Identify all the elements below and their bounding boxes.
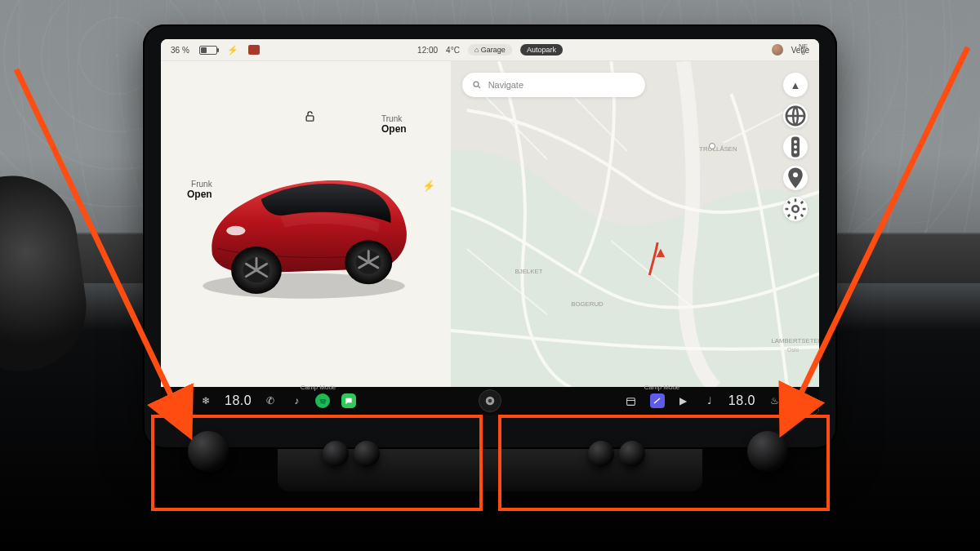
svg-point-33 (181, 402, 184, 405)
svg-point-31 (792, 206, 799, 212)
outside-temperature: 4°C (446, 46, 460, 55)
music-icon[interactable]: ♪ (289, 393, 304, 408)
svg-point-23 (474, 82, 479, 87)
camp-mode-label-left: Camp Mode (301, 384, 336, 391)
wiper-icon[interactable] (650, 393, 665, 408)
satellite-layer-button[interactable] (783, 104, 808, 128)
car-controls-icon[interactable] (172, 393, 187, 408)
defrost-icon[interactable]: ❄ (198, 393, 213, 408)
map-pin[interactable] (709, 143, 715, 149)
left-button-1[interactable] (323, 441, 349, 467)
clock: 12:00 (417, 46, 438, 55)
spotify-icon[interactable] (315, 393, 330, 408)
driver-temperature[interactable]: 18.0 (225, 393, 252, 408)
search-placeholder: Navigate (488, 80, 523, 90)
airbag-warning-icon (248, 45, 260, 55)
svg-text:BOGERUD: BOGERUD (571, 300, 604, 308)
seat-heater-icon[interactable]: ♨ (767, 393, 782, 408)
search-icon (472, 80, 482, 90)
phone-icon[interactable]: ✆ (263, 393, 278, 408)
right-button-1[interactable] (588, 441, 614, 467)
svg-text:BJELKET: BJELKET (514, 268, 542, 275)
play-icon[interactable]: ▶ (676, 393, 691, 408)
avatar[interactable] (772, 44, 783, 56)
svg-point-29 (794, 150, 797, 153)
camp-mode-label-right: Camp Mode (644, 384, 680, 391)
vehicle-pane: Frunk Open Trunk Open ⚡ (161, 61, 451, 388)
svg-rect-0 (306, 116, 314, 121)
svg-point-32 (176, 402, 178, 405)
current-location-marker: ▲ (653, 244, 668, 261)
svg-point-28 (794, 145, 797, 149)
svg-text:Oslo: Oslo (787, 347, 799, 353)
svg-point-30 (793, 172, 798, 177)
traffic-layer-button[interactable] (783, 135, 808, 159)
svg-point-27 (794, 140, 797, 144)
svg-text:TROLLÅSEN: TROLLÅSEN (699, 145, 737, 153)
vehicle-render[interactable] (185, 135, 422, 306)
passenger-temperature[interactable]: 18.0 (728, 393, 755, 408)
svg-point-35 (488, 399, 492, 403)
dashcam-button[interactable] (479, 389, 501, 412)
navigate-search[interactable]: Navigate (462, 73, 645, 97)
volume-icon[interactable] (793, 393, 808, 408)
svg-line-24 (478, 87, 480, 89)
north-up-button[interactable]: ▲ (783, 73, 808, 97)
status-bar: 36 % ⚡ 12:00 4°C ⌂ Garage Autopark Vetle (161, 39, 819, 61)
right-button-2[interactable] (619, 441, 645, 467)
svg-point-16 (226, 226, 245, 236)
battery-percent[interactable]: 36 % (171, 46, 189, 55)
compass-readout: NE 0 (799, 43, 808, 56)
map-pane[interactable]: TROLLÅSEN BJELKET BOGERUD LAMBERTSETER O… (451, 61, 819, 388)
map-settings-button[interactable] (783, 197, 808, 221)
garage-button[interactable]: ⌂ Garage (468, 44, 512, 56)
right-scroll-knob[interactable] (747, 431, 788, 472)
superchargers-button[interactable] (783, 166, 808, 190)
unlock-icon[interactable] (304, 110, 316, 125)
left-scroll-knob[interactable] (188, 431, 229, 472)
touchscreen: 36 % ⚡ 12:00 4°C ⌂ Garage Autopark Vetle (161, 39, 819, 415)
charge-port-icon[interactable]: ⚡ (422, 180, 435, 192)
left-button-2[interactable] (354, 441, 380, 467)
calendar-icon[interactable] (624, 393, 639, 408)
bottom-dock: Camp Mode ❄ 18.0 ✆ ♪ Camp Mode (161, 387, 819, 415)
messages-icon[interactable] (341, 393, 356, 408)
autopark-button[interactable]: Autopark (520, 44, 563, 56)
trunk-label: Trunk (381, 114, 402, 123)
svg-rect-36 (627, 398, 635, 405)
audio-icon[interactable]: ♩ (702, 393, 717, 408)
battery-icon[interactable] (199, 46, 217, 55)
svg-text:LAMBERTSETER: LAMBERTSETER (771, 337, 819, 344)
trunk-open-button[interactable]: Open (381, 123, 407, 135)
